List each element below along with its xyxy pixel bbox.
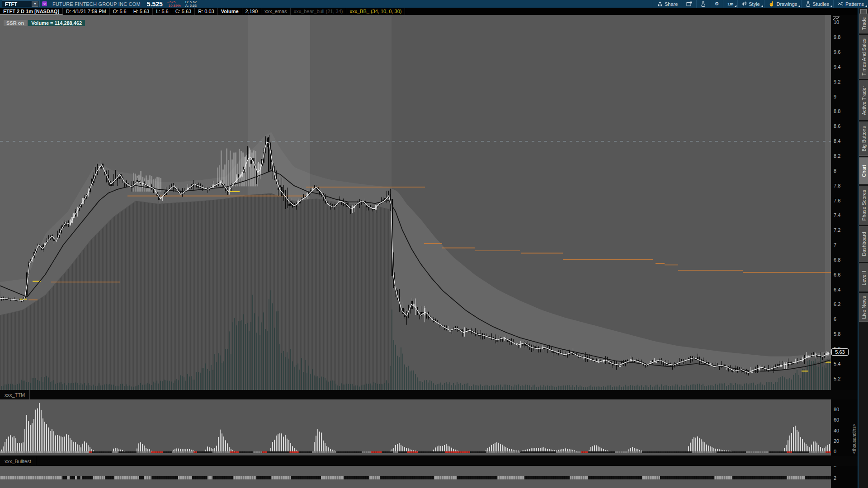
patterns-icon [838, 1, 844, 6]
sidebar-tab-label: Live News [861, 296, 867, 319]
price-tick-6: 6 [834, 316, 836, 322]
volume-label[interactable]: Volume [218, 8, 242, 15]
price-tick-5.8: 5.8 [834, 331, 840, 337]
last-price-bubble: 5.63 [831, 348, 849, 356]
bulltest-tick-2: 2 [834, 475, 836, 481]
timeframe-button[interactable]: 1m [723, 0, 737, 8]
share-button[interactable]: Share [653, 0, 682, 8]
ttm-study-label[interactable]: xxx_TTM [0, 390, 30, 399]
sidebar-tab-active-trader[interactable]: Active Trader [859, 80, 868, 120]
sidebar-tab-label: Times And Sales [861, 38, 867, 75]
sidebar-tab-label: Chart [861, 165, 867, 177]
session-volume-badge[interactable]: Volume = 114,288,462 [28, 20, 85, 26]
price-tick-8.8: 8.8 [834, 108, 840, 114]
price-tick-9.2: 9.2 [834, 79, 840, 84]
chart-header-row: FTFT 2 D 1m [NASDAQ] D: 4/1/21 7:59 PM O… [0, 8, 858, 15]
bid-ask: B: 5.62A: 5.63 [185, 0, 197, 8]
bulltest-label-bar: xxx_Bulltest [0, 456, 858, 466]
gear-icon: ⚙ [714, 1, 719, 6]
price-tick-9.6: 9.6 [834, 49, 840, 55]
price-axis[interactable]: 109.89.69.49.298.88.68.48.287.87.67.47.2… [831, 15, 858, 488]
price-tick-9.4: 9.4 [834, 64, 840, 70]
sidebar-tab-level-ii[interactable]: Level II [859, 263, 868, 291]
price-tick-5.2: 5.2 [834, 376, 840, 381]
sidebar-tab-label: Dashboard [861, 232, 867, 256]
symbol-input[interactable]: FTFT ▼ [2, 0, 40, 7]
studies-flask-icon [806, 1, 811, 7]
price-change: -.675-10.89% [167, 0, 181, 8]
sidebar-tab-label: Big Buttons [861, 126, 867, 151]
price-tick-7.4: 7.4 [834, 212, 840, 218]
bar-high: H: 5.63 [130, 8, 153, 15]
detach-window-button[interactable] [682, 0, 696, 8]
last-price: 5.525 [147, 0, 163, 8]
thinkorswim-window: FTFT ▼ 9 FUTURE FINTECH GROUP INC COM 5.… [0, 0, 868, 488]
price-tick-8.6: 8.6 [834, 123, 840, 129]
study-emas-label[interactable]: xxx_emas [261, 8, 291, 15]
price-tick-5.4: 5.4 [834, 361, 840, 366]
price-tick-7.6: 7.6 [834, 198, 840, 203]
chart-title[interactable]: FTFT 2 D 1m [NASDAQ] [0, 8, 63, 15]
hand-icon: ☝ [769, 1, 775, 6]
flask-icon [701, 1, 706, 7]
sidebar-tab-label: Phase Scores [861, 190, 867, 221]
patterns-button[interactable]: Patterns [833, 0, 868, 8]
bar-open: O: 5.6 [110, 8, 130, 15]
ssr-badge: SSR on [4, 20, 27, 26]
price-tick-8.4: 8.4 [834, 138, 840, 144]
price-tick-6.6: 6.6 [834, 272, 840, 277]
price-tick-7.8: 7.8 [834, 183, 840, 188]
bar-low: L: 5.6 [153, 8, 172, 15]
sidebar-tab-label: Trade [861, 17, 867, 30]
price-tick-7: 7 [834, 242, 836, 248]
study-bear-bull-label[interactable]: xxx_bear_bull (21, 34) [291, 8, 347, 15]
sidebar-tab-times-and-sales[interactable]: Times And Sales [859, 35, 868, 79]
gadget-sidebar: ☰ TradeTimes And SalesActive TraderBig B… [858, 0, 868, 488]
bulltest-study-label[interactable]: xxx_Bulltest [0, 456, 36, 466]
bar-range: R: 0.03 [195, 8, 217, 15]
ttm-label-bar: xxx_TTM [0, 390, 858, 399]
symbol-text: FTFT [5, 1, 17, 7]
ttm-tick-20: 20 [834, 438, 839, 444]
bar-datetime: D: 4/1/21 7:59 PM [63, 8, 110, 15]
ttm-tick-40: 40 [834, 428, 839, 433]
sidebar-tab-trade[interactable]: Trade [859, 14, 868, 33]
price-tick-8.2: 8.2 [834, 153, 840, 159]
price-tick-10: 10 [834, 19, 839, 25]
studies-button[interactable]: Studies [801, 0, 833, 8]
study-bb-label[interactable]: xxx_BB_ (34, 10, 0, 30) [346, 8, 405, 15]
sidebar-tab-phase-scores[interactable]: Phase Scores [859, 186, 868, 225]
drawings-button[interactable]: ☝ Drawings [764, 0, 802, 8]
price-chart-canvas[interactable] [0, 15, 831, 390]
bar-close: C: 5.63 [172, 8, 195, 15]
top-toolbar: FTFT ▼ 9 FUTURE FINTECH GROUP INC COM 5.… [0, 0, 868, 8]
company-name: FUTURE FINTECH GROUP INC COM [52, 1, 141, 7]
link-badge[interactable]: 9 [42, 1, 47, 6]
settings-button[interactable]: ⚙ [710, 0, 723, 8]
sidebar-tab-live-news[interactable]: Live News [859, 293, 868, 322]
window-badge-icon [686, 1, 692, 6]
sidebar-tab-dashboard[interactable]: Dashboard [859, 226, 868, 262]
ttm-tick-80: 80 [834, 407, 839, 412]
ttm-tick-0: 0 [834, 449, 836, 454]
price-tick-7.2: 7.2 [834, 227, 840, 233]
chart-status-badges: SSR on Volume = 114,288,462 [4, 20, 85, 26]
symbol-dropdown-icon[interactable]: ▼ [32, 1, 38, 7]
sidebar-tab-chart[interactable]: Chart [859, 157, 868, 184]
volume-value: 2,190 [242, 8, 262, 15]
style-button[interactable]: Style [737, 0, 764, 8]
price-tick-9.8: 9.8 [834, 34, 840, 40]
sidebar-tab-label: Level II [861, 269, 867, 285]
bulltest-canvas[interactable] [0, 466, 831, 488]
share-icon [657, 1, 663, 7]
price-tick-6.2: 6.2 [834, 301, 840, 307]
analyze-button[interactable] [696, 0, 710, 8]
candle-style-icon [742, 1, 747, 6]
sidebar-tab-label: Active Trader [861, 86, 867, 115]
thousandths-axis-label: <thousandths> [852, 424, 857, 454]
price-tick-9: 9 [834, 94, 836, 99]
price-tick-6.4: 6.4 [834, 287, 840, 292]
sidebar-tab-big-buttons[interactable]: Big Buttons [859, 122, 868, 156]
ttm-tick-60: 60 [834, 417, 839, 422]
ttm-histogram-canvas[interactable] [0, 399, 831, 456]
